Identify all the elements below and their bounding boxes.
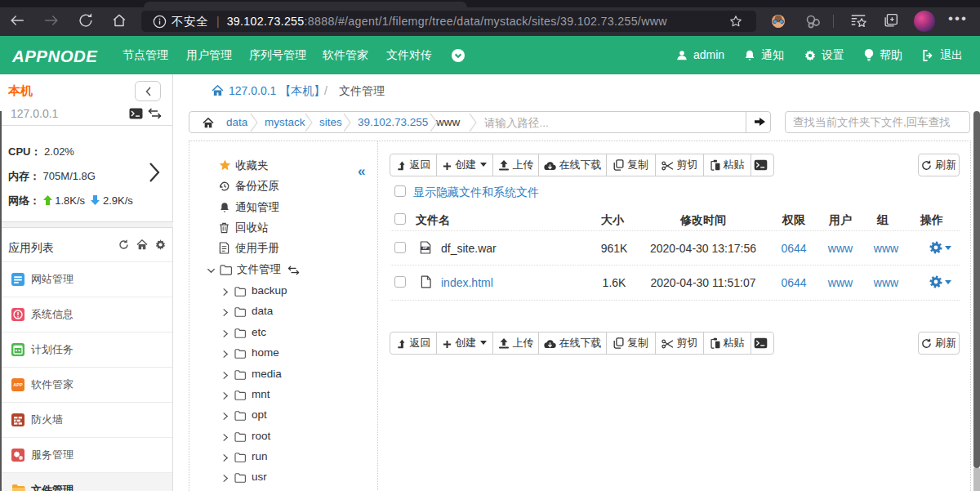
svg-text:ZIP: ZIP — [422, 247, 427, 250]
